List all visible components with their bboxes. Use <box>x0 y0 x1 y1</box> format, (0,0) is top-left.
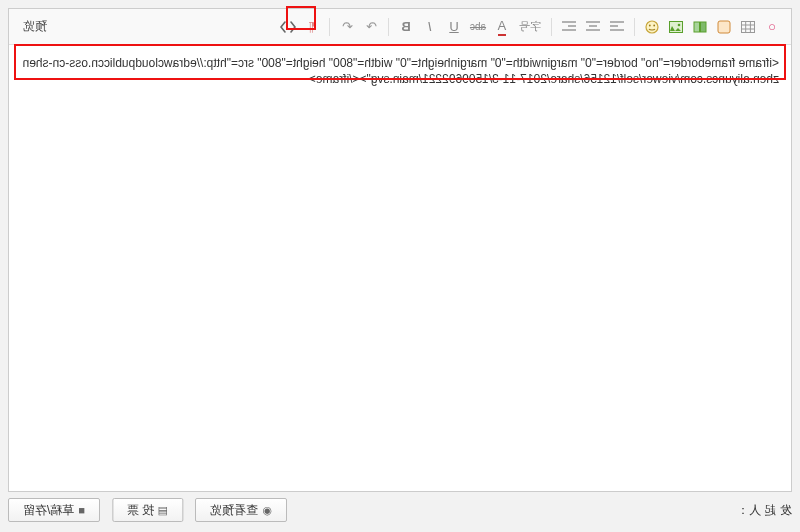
svg-point-1 <box>653 24 655 26</box>
strikethrough-button[interactable]: abc <box>467 16 489 38</box>
code-view-button[interactable] <box>277 16 299 38</box>
font-size-button[interactable]: 字号 <box>515 16 545 38</box>
svg-rect-5 <box>701 22 707 32</box>
underline-button[interactable]: U <box>443 16 465 38</box>
editor-panel: 预览 ¶ ↶ ↷ B I U abc A 字号 <box>8 8 792 492</box>
editor-toolbar: ¶ ↶ ↷ B I U abc A 字号 <box>277 16 783 38</box>
redo-button[interactable]: ↷ <box>360 16 382 38</box>
align-left-button[interactable] <box>558 16 580 38</box>
font-color-button[interactable]: A <box>491 16 513 38</box>
svg-rect-8 <box>742 21 755 32</box>
undo-button[interactable]: ↶ <box>336 16 358 38</box>
draft-button[interactable]: ■ 草稿/存留 <box>8 498 100 522</box>
svg-point-2 <box>649 24 651 26</box>
svg-point-4 <box>678 23 681 26</box>
save-icon: ■ <box>78 504 85 516</box>
vote-button[interactable]: ▤ 投 票 <box>112 498 183 522</box>
panel-title: 预览 <box>17 18 53 35</box>
editor-header: 预览 ¶ ↶ ↷ B I U abc A 字号 <box>9 9 791 45</box>
align-center-button[interactable] <box>582 16 604 38</box>
eye-icon: ◉ <box>262 504 272 517</box>
footer-bar: 发 起 人： ◉ 查看预览 ▤ 投 票 ■ 草稿/存留 <box>8 496 792 524</box>
table-button[interactable] <box>737 16 759 38</box>
emoji-button[interactable] <box>641 16 663 38</box>
preview-button[interactable]: ◉ 查看预览 <box>195 498 287 522</box>
book-button[interactable] <box>689 16 711 38</box>
svg-rect-6 <box>694 22 700 32</box>
more-icon[interactable]: ○ <box>761 16 783 38</box>
svg-rect-7 <box>718 21 730 33</box>
image-button[interactable] <box>665 16 687 38</box>
italic-button[interactable]: I <box>419 16 441 38</box>
align-right-button[interactable] <box>606 16 628 38</box>
bold-button[interactable]: B <box>395 16 417 38</box>
paragraph-icon[interactable]: ¶ <box>301 16 323 38</box>
doc-icon: ▤ <box>158 504 168 517</box>
svg-point-0 <box>646 21 658 33</box>
code-editor-area[interactable]: <iframe frameborder="no" border="0" marg… <box>9 45 791 491</box>
publisher-label: 发 起 人： <box>737 502 792 519</box>
link-button[interactable] <box>713 16 735 38</box>
